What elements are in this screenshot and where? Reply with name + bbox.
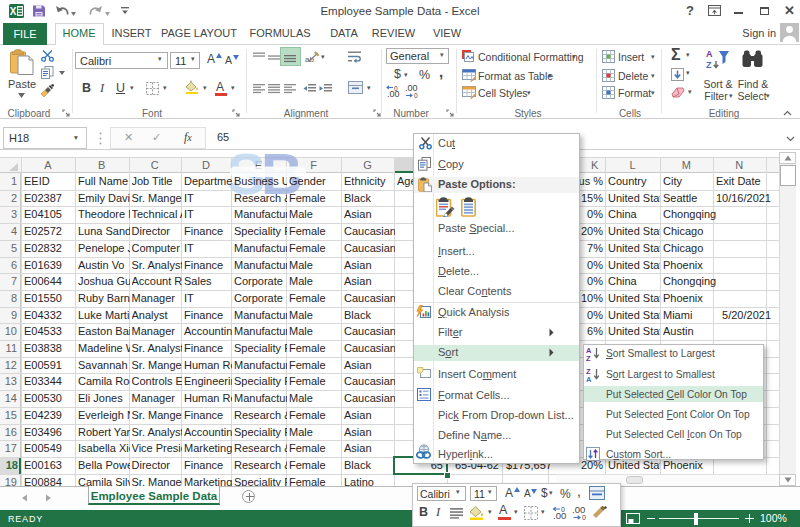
svg-text:0: 0 xyxy=(582,514,586,520)
svg-text:0: 0 xyxy=(394,85,398,92)
svg-text:Z: Z xyxy=(586,354,591,361)
svg-text:A: A xyxy=(586,375,592,382)
svg-text:0: 0 xyxy=(414,92,418,98)
svg-text:ab: ab xyxy=(305,55,314,64)
svg-text:Z: Z xyxy=(706,60,712,70)
svg-text:0: 0 xyxy=(561,506,565,513)
svg-text:A: A xyxy=(706,49,713,59)
